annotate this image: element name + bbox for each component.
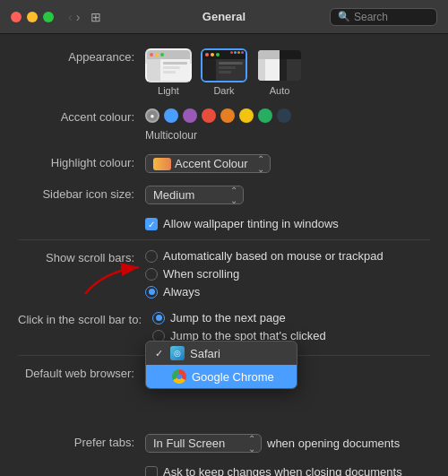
highlight-row: Highlight colour: Accent Colour ⌃⌄ bbox=[18, 154, 430, 173]
scroll-scrolling-radio[interactable] bbox=[145, 268, 158, 281]
accent-blue[interactable] bbox=[164, 108, 178, 123]
scroll-always-radio[interactable] bbox=[145, 286, 158, 299]
click-scroll-label: Click in the scroll bar to: bbox=[18, 311, 142, 326]
chrome-option[interactable]: Google Chrome bbox=[146, 365, 297, 388]
scroll-bars-radio-group: Automatically based on mouse or trackpad… bbox=[145, 249, 383, 299]
highlight-label: Highlight colour: bbox=[18, 154, 134, 169]
click-next-label: Jump to the next page bbox=[170, 311, 286, 325]
chrome-center-dot bbox=[177, 374, 182, 379]
accent-graphite[interactable] bbox=[277, 108, 291, 123]
safari-option[interactable]: ◎ Safari bbox=[146, 342, 297, 365]
browser-popup: ◎ Safari Google Chrome bbox=[145, 341, 297, 389]
accent-row: Accent colour: ● Multicolour bbox=[18, 108, 430, 142]
close-button[interactable] bbox=[11, 12, 22, 22]
appearance-auto[interactable]: Auto bbox=[256, 48, 303, 96]
scroll-always-label: Always bbox=[163, 285, 200, 299]
safari-icon: ◎ bbox=[170, 346, 185, 360]
scroll-scrolling-option[interactable]: When scrolling bbox=[145, 267, 383, 281]
chrome-icon bbox=[172, 369, 186, 384]
nav-arrows: ‹ › bbox=[68, 10, 80, 24]
wallpaper-label: Allow wallpaper tinting in windows bbox=[163, 217, 339, 230]
scroll-bars-row: Show scroll bars: Automatically based on… bbox=[18, 249, 430, 299]
search-bar[interactable]: 🔍 bbox=[330, 8, 437, 26]
accent-red[interactable] bbox=[202, 108, 216, 123]
appearance-light[interactable]: Light bbox=[145, 48, 192, 96]
wallpaper-checkbox[interactable]: ✓ bbox=[145, 218, 158, 230]
click-scroll-radio-group: Jump to the next page Jump to the spot t… bbox=[152, 311, 326, 342]
browser-label: Default web browser: bbox=[18, 365, 134, 380]
light-thumbnail bbox=[145, 48, 192, 82]
dark-label: Dark bbox=[213, 85, 234, 96]
click-next-page-option[interactable]: Jump to the next page bbox=[152, 311, 326, 325]
content-area: Appearance: bbox=[0, 34, 448, 476]
multicolour-label: Multicolour bbox=[145, 129, 430, 142]
highlight-content: Accent Colour ⌃⌄ bbox=[145, 154, 430, 173]
scroll-bars-label: Show scroll bars: bbox=[18, 249, 134, 264]
light-label: Light bbox=[158, 85, 179, 96]
sidebar-size-value: Medium bbox=[153, 188, 194, 202]
accent-content: ● Multicolour bbox=[145, 108, 430, 142]
sidebar-size-arrow: ⌃⌄ bbox=[230, 186, 237, 205]
prefer-tabs-row: Prefer tabs: In Full Screen ⌃⌄ when open… bbox=[18, 434, 430, 453]
highlight-dropdown-arrow: ⌃⌄ bbox=[257, 154, 264, 174]
prefer-tabs-arrow: ⌃⌄ bbox=[248, 434, 255, 454]
click-scroll-row: Click in the scroll bar to: Jump to the … bbox=[18, 311, 430, 342]
sidebar-size-dropdown[interactable]: Medium ⌃⌄ bbox=[145, 186, 244, 204]
accent-colors: ● bbox=[145, 108, 291, 123]
accent-orange[interactable] bbox=[220, 108, 235, 123]
scroll-auto-radio[interactable] bbox=[145, 250, 158, 263]
prefer-tabs-suffix: when opening documents bbox=[267, 437, 400, 450]
sidebar-size-content: Medium ⌃⌄ bbox=[145, 186, 430, 204]
minimize-button[interactable] bbox=[27, 12, 38, 22]
scroll-always-option[interactable]: Always bbox=[145, 285, 383, 299]
prefer-tabs-content: In Full Screen ⌃⌄ when opening documents bbox=[145, 434, 430, 453]
main-container: Appearance: bbox=[0, 34, 448, 476]
highlight-swatch bbox=[153, 158, 171, 170]
scroll-auto-option[interactable]: Automatically based on mouse or trackpad bbox=[145, 249, 383, 263]
appearance-content: Light bbox=[145, 48, 430, 96]
chrome-label: Google Chrome bbox=[192, 370, 274, 384]
search-input[interactable] bbox=[354, 11, 430, 23]
accent-multicolor[interactable]: ● bbox=[145, 108, 159, 123]
traffic-lights bbox=[11, 12, 54, 22]
titlebar: ‹ › ⊞ General 🔍 bbox=[0, 0, 448, 34]
forward-arrow-icon: › bbox=[76, 10, 81, 24]
prefer-tabs-value: In Full Screen bbox=[153, 437, 225, 450]
highlight-dropdown[interactable]: Accent Colour ⌃⌄ bbox=[145, 154, 271, 173]
sidebar-size-label: Sidebar icon size: bbox=[18, 186, 134, 201]
accent-yellow[interactable] bbox=[239, 108, 254, 123]
appearance-row: Appearance: bbox=[18, 48, 430, 96]
browser-row: Default web browser: ◎ Safari Google Chr… bbox=[18, 365, 430, 380]
divider-1 bbox=[18, 239, 430, 240]
scroll-bars-content: Automatically based on mouse or trackpad… bbox=[145, 249, 430, 299]
maximize-button[interactable] bbox=[43, 12, 54, 22]
auto-label: Auto bbox=[270, 85, 290, 96]
accent-label: Accent colour: bbox=[18, 108, 134, 124]
search-icon: 🔍 bbox=[338, 11, 350, 22]
accent-green[interactable] bbox=[258, 108, 272, 123]
prefer-tabs-label: Prefer tabs: bbox=[18, 434, 134, 449]
click-next-radio[interactable] bbox=[152, 312, 165, 325]
grid-icon[interactable]: ⊞ bbox=[90, 10, 101, 24]
appearance-dark[interactable]: Dark bbox=[201, 48, 247, 96]
ask-changes-label: Ask to keep changes when closing documen… bbox=[163, 465, 402, 476]
sidebar-size-row: Sidebar icon size: Medium ⌃⌄ bbox=[18, 186, 430, 204]
wallpaper-checkbox-row: ✓ Allow wallpaper tinting in windows bbox=[18, 217, 430, 230]
ask-changes-checkbox[interactable] bbox=[145, 466, 158, 476]
accent-purple[interactable] bbox=[183, 108, 197, 123]
scroll-auto-label: Automatically based on mouse or trackpad bbox=[163, 249, 383, 263]
auto-thumbnail bbox=[256, 48, 303, 82]
click-scroll-content: Jump to the next page Jump to the spot t… bbox=[152, 311, 430, 342]
appearance-label: Appearance: bbox=[18, 48, 134, 64]
wallpaper-checkmark: ✓ bbox=[148, 220, 155, 229]
window-title: General bbox=[202, 10, 246, 23]
appearance-options: Light bbox=[145, 48, 303, 96]
prefer-tabs-dropdown[interactable]: In Full Screen ⌃⌄ bbox=[145, 434, 262, 453]
safari-label: Safari bbox=[190, 347, 220, 360]
highlight-value: Accent Colour bbox=[175, 157, 248, 170]
dark-thumbnail bbox=[201, 48, 247, 82]
back-arrow-icon[interactable]: ‹ bbox=[68, 10, 73, 24]
scroll-scrolling-label: When scrolling bbox=[163, 267, 239, 281]
ask-changes-row: Ask to keep changes when closing documen… bbox=[18, 465, 430, 476]
